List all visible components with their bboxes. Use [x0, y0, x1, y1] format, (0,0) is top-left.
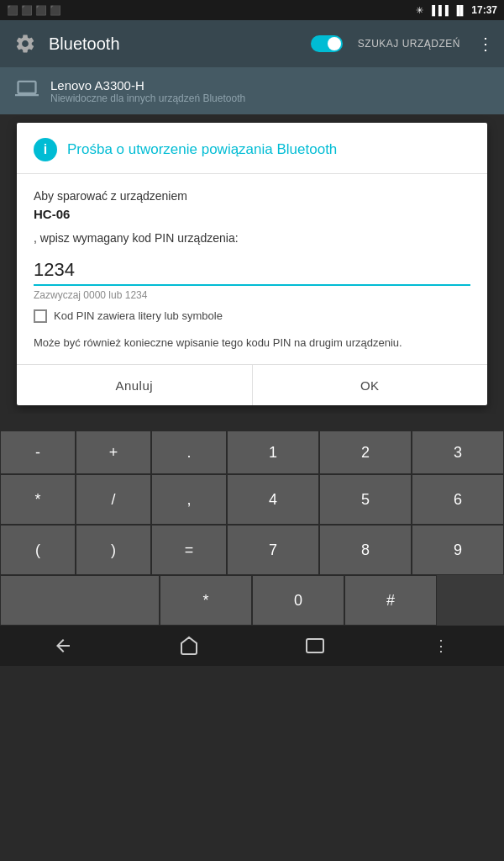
laptop-icon	[13, 77, 40, 106]
key-dot[interactable]: .	[151, 430, 227, 474]
status-time: 17:37	[471, 4, 497, 16]
key-2[interactable]: 2	[319, 430, 412, 474]
recents-button[interactable]	[290, 629, 340, 663]
svg-rect-0	[307, 639, 323, 652]
bluetooth-status-icon: ✳	[416, 5, 423, 16]
bottom-nav: ⋮	[0, 626, 504, 666]
search-devices-button[interactable]: SZUKAJ URZĄDZEŃ	[358, 38, 460, 50]
paired-device-name: HC-06	[34, 207, 70, 221]
key-8[interactable]: 8	[319, 525, 412, 575]
toolbar-title: Bluetooth	[49, 34, 302, 54]
key-comma[interactable]: ,	[151, 474, 227, 525]
keyboard-row-4: * 0 #	[0, 575, 504, 626]
dialog-note: Może być również konieczne wpisanie tego…	[34, 335, 470, 351]
cancel-button[interactable]: Anuluj	[17, 365, 253, 405]
key-close-paren[interactable]: )	[76, 525, 151, 575]
key-slash[interactable]: /	[76, 474, 151, 525]
bluetooth-pair-dialog: i Prośba o utworzenie powiązania Bluetoo…	[17, 123, 487, 405]
more-options-icon[interactable]: ⋮	[477, 34, 494, 54]
key-minus[interactable]: -	[0, 430, 76, 474]
pin-input[interactable]	[34, 259, 470, 281]
dialog-body: Aby sparować z urządzeniem HC-06 , wpisz…	[17, 174, 487, 364]
more-nav-icon[interactable]: ⋮	[416, 629, 466, 663]
device-bar: Lenovo A3300-H Niewidoczne dla innych ur…	[0, 67, 504, 114]
dialog-title: Prośba o utworzenie powiązania Bluetooth	[67, 141, 337, 158]
checkbox-label: Kod PIN zawiera litery lub symbole	[54, 309, 223, 322]
toolbar: Bluetooth SZUKAJ URZĄDZEŃ ⋮	[0, 20, 504, 67]
back-button[interactable]	[38, 629, 88, 663]
key-space-left[interactable]	[0, 575, 160, 626]
pin-hint: Zazwyczaj 0000 lub 1234	[34, 289, 470, 301]
key-0[interactable]: 0	[252, 575, 344, 626]
key-hash[interactable]: #	[344, 575, 437, 626]
keyboard: - + . 1 2 3 * / , 4 5 6 Gotowe ( ) = 7 8…	[0, 430, 504, 626]
dialog-text-line1: Aby sparować z urządzeniem HC-06	[34, 188, 470, 224]
keyboard-row-1: - + . 1 2 3	[0, 430, 504, 474]
battery-icon: ▐▌	[454, 5, 467, 15]
key-3[interactable]: 3	[412, 430, 504, 474]
key-asterisk[interactable]: *	[160, 575, 252, 626]
key-open-paren[interactable]: (	[0, 525, 76, 575]
key-asterisk-sym[interactable]: *	[0, 474, 76, 525]
device-subtitle: Niewidoczne dla innych urządzeń Bluetoot…	[50, 92, 245, 104]
key-4[interactable]: 4	[227, 474, 319, 525]
signal-icon: ▐▐▐	[428, 5, 448, 15]
checkbox-row[interactable]: Kod PIN zawiera litery lub symbole	[34, 309, 470, 323]
key-equals[interactable]: =	[151, 525, 227, 575]
status-bar: ⬛ ⬛ ⬛ ⬛ ✳ ▐▐▐ ▐▌ 17:37	[0, 0, 504, 20]
key-plus[interactable]: +	[76, 430, 151, 474]
pin-symbols-checkbox[interactable]	[34, 309, 47, 323]
key-1[interactable]: 1	[227, 430, 319, 474]
dialog-header: i Prośba o utworzenie powiązania Bluetoo…	[17, 123, 487, 174]
key-7[interactable]: 7	[227, 525, 319, 575]
spacer	[0, 414, 504, 430]
device-info: Lenovo A3300-H Niewidoczne dla innych ur…	[50, 78, 245, 104]
key-5[interactable]: 5	[319, 474, 412, 525]
home-button[interactable]	[164, 629, 214, 663]
notification-icons: ⬛ ⬛ ⬛ ⬛	[7, 5, 61, 16]
dialog-text-line2: , wpisz wymagany kod PIN urządzenia:	[34, 230, 470, 247]
bluetooth-toggle[interactable]	[311, 35, 343, 52]
dialog-buttons: Anuluj OK	[17, 364, 487, 405]
key-6[interactable]: 6	[412, 474, 504, 525]
device-name: Lenovo A3300-H	[50, 78, 245, 92]
info-icon: i	[34, 138, 57, 161]
keyboard-row-2: * / , 4 5 6 Gotowe	[0, 474, 504, 525]
toggle-knob	[328, 37, 341, 50]
pin-input-container[interactable]	[34, 259, 470, 286]
key-9[interactable]: 9	[412, 525, 504, 575]
keyboard-row-3: ( ) = 7 8 9	[0, 525, 504, 575]
ok-button[interactable]: OK	[253, 365, 488, 405]
settings-icon	[10, 29, 40, 59]
